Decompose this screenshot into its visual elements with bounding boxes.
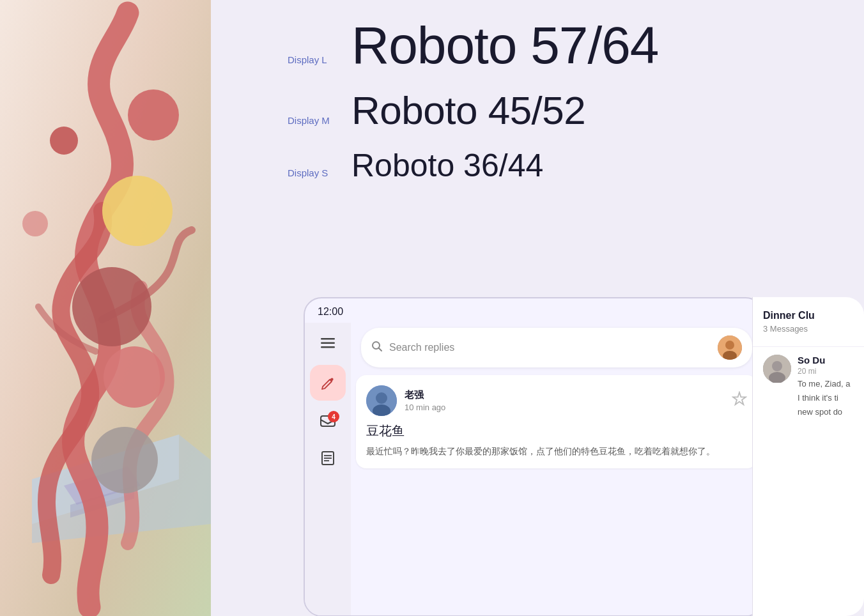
svg-point-29 <box>772 361 782 371</box>
display-s-row: Display S Roboto 36/44 <box>288 150 864 181</box>
svg-line-21 <box>379 348 382 351</box>
inbox-badge: 4 <box>328 411 339 422</box>
star-icon[interactable] <box>732 391 747 410</box>
search-placeholder-text: Search replies <box>389 342 711 353</box>
sender-name: 老强 <box>405 389 724 401</box>
illustration-panel <box>0 0 211 616</box>
right-person-name: So Du <box>798 355 854 366</box>
phone-mockup: 12:00 <box>304 297 764 616</box>
sender-avatar <box>366 385 397 416</box>
dinner-club-title: Dinner Clu <box>763 310 854 321</box>
right-person-row[interactable]: So Du 20 mi To me, Ziad, a I think it's … <box>753 347 864 426</box>
right-person-avatar <box>763 355 791 383</box>
display-l-row: Display L Roboto 57/64 <box>288 19 864 72</box>
sender-meta: 老强 10 min ago <box>405 389 724 412</box>
search-icon <box>371 341 383 355</box>
svg-rect-14 <box>321 346 335 348</box>
display-l-text: Roboto 57/64 <box>351 19 658 72</box>
message-time: 10 min ago <box>405 403 724 412</box>
svg-point-9 <box>104 346 165 408</box>
phone-time: 12:00 <box>318 306 343 318</box>
message-card[interactable]: 老强 10 min ago 豆花鱼 最近忙吗？昨晚我去了你最爱的那家饭馆，点了他… <box>356 375 757 468</box>
svg-point-5 <box>128 89 179 141</box>
user-avatar[interactable] <box>718 335 742 360</box>
right-person-preview1: To me, Ziad, a <box>798 378 854 390</box>
display-s-label: Display S <box>288 167 351 178</box>
svg-rect-12 <box>321 338 335 340</box>
display-s-text: Roboto 36/44 <box>351 150 543 181</box>
right-person-preview3: new spot do <box>798 406 854 418</box>
right-person-preview2: I think it's ti <box>798 392 854 404</box>
search-bar-container: Search replies <box>351 323 762 375</box>
phone-body: 4 <box>305 323 762 615</box>
search-bar[interactable]: Search replies <box>361 328 752 367</box>
svg-point-11 <box>22 211 48 236</box>
dinner-club-item[interactable]: Dinner Clu 3 Messages <box>753 297 864 347</box>
right-person-time: 20 mi <box>798 367 854 376</box>
phone-status-bar: 12:00 <box>305 298 762 323</box>
svg-rect-13 <box>321 343 335 344</box>
dinner-club-subtitle: 3 Messages <box>763 324 854 334</box>
svg-point-8 <box>72 267 151 346</box>
sidebar-inbox-icon[interactable]: 4 <box>314 408 342 436</box>
message-header: 老强 10 min ago <box>366 385 747 416</box>
sidebar-compose-fab[interactable] <box>310 365 346 401</box>
phone-sidebar: 4 <box>305 323 351 615</box>
display-l-label: Display L <box>288 54 351 65</box>
svg-point-23 <box>725 341 734 350</box>
svg-point-6 <box>50 127 78 155</box>
right-person-info: So Du 20 mi To me, Ziad, a I think it's … <box>798 355 854 419</box>
display-m-label: Display M <box>288 115 351 126</box>
svg-point-26 <box>376 392 387 404</box>
svg-point-10 <box>91 427 158 493</box>
sidebar-menu-icon[interactable] <box>314 329 342 357</box>
display-m-row: Display M Roboto 45/52 <box>288 91 864 130</box>
display-m-text: Roboto 45/52 <box>351 91 585 130</box>
message-preview: 最近忙吗？昨晚我去了你最爱的那家饭馆，点了他们的特色豆花鱼，吃着吃着就想你了。 <box>366 445 747 458</box>
typography-section: Display L Roboto 57/64 Display M Roboto … <box>288 19 864 201</box>
phone-main-content: Search replies <box>351 323 762 615</box>
message-title: 豆花鱼 <box>366 422 747 440</box>
svg-point-7 <box>102 176 173 246</box>
sidebar-notes-icon[interactable] <box>314 444 342 472</box>
right-panel: Dinner Clu 3 Messages So Du 20 mi To me,… <box>752 297 864 616</box>
